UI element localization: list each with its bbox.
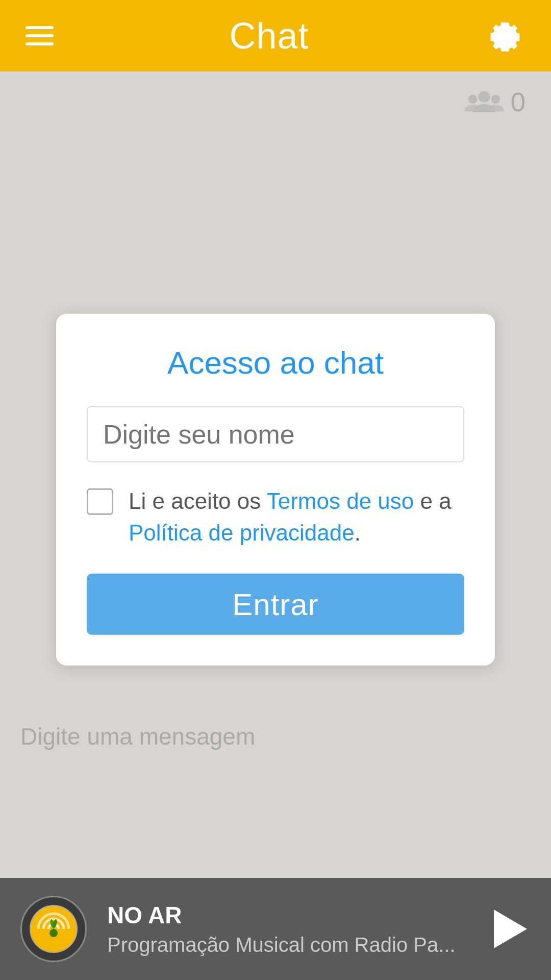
svg-point-1	[468, 95, 478, 104]
message-input-placeholder: Digite uma mensagem	[20, 713, 255, 760]
users-icon	[464, 87, 505, 117]
online-bar: 0	[0, 71, 551, 128]
play-button[interactable]	[485, 906, 531, 952]
terms-prefix: Li e aceito os	[129, 488, 267, 513]
terms-text: Li e aceito os Termos de uso e a Polític…	[129, 485, 464, 548]
svg-point-4	[49, 929, 58, 937]
terms-suffix: .	[355, 520, 361, 545]
page-title: Chat	[229, 15, 309, 57]
privacy-policy-link[interactable]: Política de privacidade	[129, 520, 355, 545]
enter-button[interactable]: Entrar	[87, 574, 464, 635]
terms-row: Li e aceito os Termos de uso e a Polític…	[87, 485, 464, 548]
gear-icon	[485, 14, 525, 55]
radio-logo-image	[28, 903, 79, 954]
terms-checkbox[interactable]	[87, 488, 113, 515]
modal-title: Acesso ao chat	[87, 345, 464, 381]
svg-point-0	[479, 91, 490, 102]
name-input[interactable]	[87, 406, 464, 462]
message-input-area: Digite uma mensagem	[0, 707, 551, 766]
chat-access-modal: Acesso ao chat Li e aceito os Termos de …	[56, 314, 495, 666]
player-bar: NO AR Programação Musical com Radio Pa..…	[0, 878, 551, 980]
header: Chat	[0, 0, 551, 71]
on-air-label: NO AR	[107, 901, 464, 929]
player-subtitle: Programação Musical com Radio Pa...	[107, 934, 464, 957]
online-users-indicator: 0	[464, 87, 525, 117]
settings-button[interactable]	[485, 14, 525, 57]
svg-point-2	[491, 95, 500, 104]
player-info: NO AR Programação Musical com Radio Pa..…	[107, 901, 464, 957]
terms-middle: e a	[414, 488, 451, 513]
terms-of-use-link[interactable]: Termos de uso	[267, 488, 414, 513]
radio-logo	[20, 896, 87, 962]
menu-button[interactable]	[26, 26, 54, 45]
play-icon	[494, 910, 527, 948]
online-count: 0	[511, 87, 525, 117]
chat-area: 0 Acesso ao chat Li e aceito os Termos d…	[0, 71, 551, 873]
